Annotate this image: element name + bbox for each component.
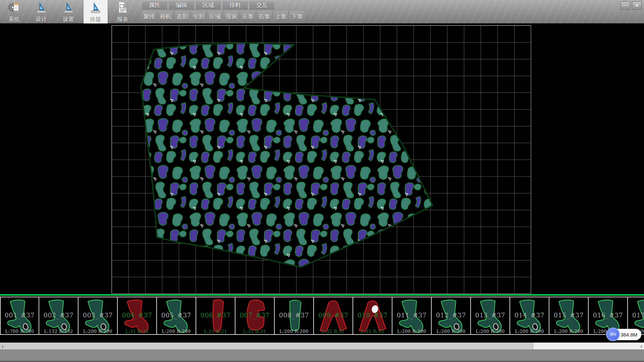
app-button-label: 系统: [8, 16, 20, 23]
menu-button-编辑[interactable]: 编辑: [168, 1, 195, 9]
piece-thumbnail-014_#37[interactable]: 014_#37 L:200 R:200: [510, 297, 549, 335]
app-button-label: 报表: [117, 16, 128, 23]
piece-shape: [237, 298, 273, 333]
tool-button-右靠[interactable]: 右靠: [257, 10, 272, 23]
close-button[interactable]: ✕: [632, 1, 642, 10]
piece-shape: [629, 298, 644, 333]
tool-button-下靠[interactable]: 下靠: [289, 10, 305, 23]
nesting-drawing: [0, 23, 644, 294]
window-controls: — ✕: [621, 1, 642, 10]
tool-button-区域[interactable]: 区域: [207, 10, 223, 23]
piece-thumbnail-011_#37[interactable]: 011_#37 L:200 R:200: [392, 297, 432, 335]
piece-shape: [158, 298, 194, 333]
app-button-label: 排版: [90, 16, 101, 23]
menu-row: 属性 编辑 区域 排料 交互: [142, 1, 275, 9]
tool-button-选割[interactable]: 选割: [174, 10, 190, 23]
menu-button-交互[interactable]: 交互: [249, 1, 275, 9]
minimize-button[interactable]: —: [621, 1, 630, 10]
app-launcher: 系统 设计 设置 排版 报表: [2, 0, 135, 23]
tool-button-相机[interactable]: 相机: [158, 10, 173, 23]
piece-shape: [198, 298, 233, 333]
scrollbar-thumb[interactable]: [5, 343, 534, 349]
piece-thumbnail-007_#37[interactable]: 007_#37 L:31 R:31: [235, 297, 275, 335]
piece-strip: 001_#37 L:700 R:700 002_#37 L:132 R:132 …: [0, 296, 644, 343]
piece-shape: [80, 298, 116, 333]
design-icon: [35, 1, 48, 14]
piece-shape: [590, 298, 626, 333]
tool-button-瑕疵[interactable]: 瑕疵: [224, 10, 239, 23]
app-button-label: 设置: [63, 16, 74, 23]
system-icon: [8, 1, 20, 14]
app-button-设计[interactable]: 设计: [29, 0, 53, 23]
memory-percent-badge: 38%: [606, 327, 620, 341]
piece-thumbnail-013_#37[interactable]: 013_#37 L:200 R:200: [471, 297, 510, 335]
tool-button-左靠[interactable]: 左靠: [240, 10, 256, 23]
piece-tiles: 001_#37 L:700 R:700 002_#37 L:132 R:132 …: [0, 297, 644, 335]
settings-icon: [62, 1, 75, 14]
piece-shape: [472, 298, 508, 333]
memory-badge[interactable]: 38% 384.8M: [606, 329, 641, 340]
piece-thumbnail-006_#37[interactable]: 006_#37 L:21 R:21: [196, 297, 235, 335]
menu-button-排料[interactable]: 排料: [222, 1, 248, 9]
scroll-left-icon[interactable]: ‹: [0, 343, 5, 349]
tool-button-上靠[interactable]: 上靠: [273, 10, 288, 23]
status-bar: [0, 349, 644, 362]
horizontal-scrollbar[interactable]: ‹ ›: [0, 343, 644, 349]
app-button-label: 设计: [36, 16, 47, 23]
piece-shape: [433, 298, 469, 333]
piece-thumbnail-009_#37[interactable]: 009_#37 L:32 R:31: [314, 297, 353, 335]
main-toolbar: 系统 设计 设置 排版 报表 属性 编辑 区域 排料 交互 聚排 相机 选割 全…: [0, 0, 644, 23]
piece-thumbnail-008_#37[interactable]: 008_#37 L:200 R:200: [275, 297, 314, 335]
piece-shape: [355, 298, 390, 333]
tool-button-全割[interactable]: 全割: [191, 10, 206, 23]
piece-shape: [41, 298, 76, 333]
piece-shape: [394, 298, 430, 333]
piece-thumbnail-010_#37[interactable]: 010_#37 L:33 R:33: [353, 297, 392, 335]
layout-icon: [89, 1, 102, 14]
menu-button-属性[interactable]: 属性: [142, 1, 168, 9]
nesting-canvas[interactable]: [0, 23, 644, 294]
piece-shape: [315, 298, 351, 333]
piece-thumbnail-001_#37[interactable]: 001_#37 L:700 R:700: [0, 297, 39, 335]
scroll-right-icon[interactable]: ›: [639, 343, 644, 349]
app-button-设置[interactable]: 设置: [56, 0, 80, 23]
app-button-排版[interactable]: 排版: [84, 0, 108, 23]
memory-usage-label: 384.8M: [621, 332, 637, 338]
piece-shape: [2, 298, 38, 333]
app-button-系统[interactable]: 系统: [2, 0, 26, 23]
piece-thumbnail-012_#37[interactable]: 012_#37 L:200 R:200: [432, 297, 471, 335]
tool-button-聚排[interactable]: 聚排: [142, 10, 157, 23]
tool-row: 聚排 相机 选割 全割 区域 瑕疵 左靠 右靠 上靠 下靠: [142, 10, 305, 23]
piece-thumbnail-003_#37[interactable]: 003_#37 L:200 R:200: [78, 297, 118, 335]
piece-shape: [512, 298, 547, 333]
piece-shape: [551, 298, 587, 333]
app-button-报表[interactable]: 报表: [111, 0, 135, 23]
piece-thumbnail-005_#37[interactable]: 005_#37 L:200 R:200: [157, 297, 196, 335]
report-icon: [116, 1, 129, 14]
piece-thumbnail-002_#37[interactable]: 002_#37 L:132 R:132: [39, 297, 78, 335]
piece-thumbnail-004_#37[interactable]: 004_#37 L:31 R:31: [118, 297, 157, 335]
menu-button-区域[interactable]: 区域: [195, 1, 221, 9]
piece-shape: [119, 298, 155, 333]
piece-thumbnail-015_#37[interactable]: 015_#37 L:200 R:200: [549, 297, 589, 335]
piece-shape: [276, 298, 312, 333]
